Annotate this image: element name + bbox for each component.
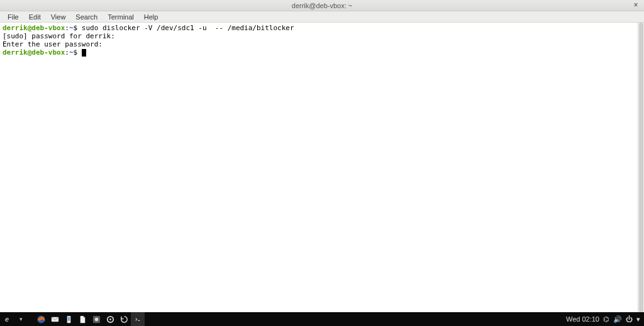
menu-search[interactable]: Search xyxy=(70,13,103,21)
budgie-menu-icon: e xyxy=(5,315,9,323)
panel-separator xyxy=(28,312,34,326)
svg-point-7 xyxy=(109,318,111,320)
terminal-scrollbar-thumb[interactable] xyxy=(639,23,643,312)
sound-indicator[interactable]: 🔊 xyxy=(613,315,622,323)
network-indicator[interactable]: ⌬ xyxy=(603,315,609,323)
firefox-launcher[interactable] xyxy=(34,312,48,326)
terminal-line: Enter the user password: xyxy=(3,40,641,48)
gear-icon xyxy=(106,315,115,324)
prompt-user-host: derrik@deb-vbox xyxy=(3,48,65,57)
terminal-icon xyxy=(133,315,143,324)
system-tray: Wed 02:10 ⌬ 🔊 ⏻ ▾ xyxy=(562,315,644,323)
session-indicator[interactable]: ▾ xyxy=(636,315,640,323)
terminal-line: [sudo] password for derrik: xyxy=(3,32,641,40)
document-icon xyxy=(78,315,87,324)
power-indicator[interactable]: ⏻ xyxy=(626,315,633,323)
app-icon xyxy=(92,315,101,324)
terminal-line: derrik@deb-vbox:~$ xyxy=(3,48,641,57)
menu-view[interactable]: View xyxy=(46,13,71,21)
app-launcher-1[interactable] xyxy=(89,312,103,326)
phone-launcher[interactable] xyxy=(62,312,75,326)
svg-point-5 xyxy=(94,317,98,321)
taskbar-terminal-window[interactable] xyxy=(131,312,145,326)
desktop-panel: e ▾ xyxy=(0,312,644,326)
refresh-icon xyxy=(119,315,129,324)
menu-edit[interactable]: Edit xyxy=(24,13,46,21)
terminal-area[interactable]: derrik@deb-vbox:~$ sudo dislocker -V /de… xyxy=(0,23,644,312)
applications-menu-arrow[interactable]: ▾ xyxy=(14,312,28,326)
window-close-button[interactable]: × xyxy=(631,1,640,9)
files-launcher[interactable] xyxy=(75,312,89,326)
phone-icon xyxy=(64,315,74,324)
menu-help[interactable]: Help xyxy=(139,13,164,21)
window-title: derrik@deb-vbox: ~ xyxy=(292,2,352,9)
settings-launcher[interactable] xyxy=(103,312,117,326)
firefox-icon xyxy=(36,315,46,324)
prompt-sigil: $ xyxy=(74,24,78,32)
window-titlebar[interactable]: derrik@deb-vbox: ~ × xyxy=(0,0,644,11)
mail-icon xyxy=(50,315,60,324)
menu-terminal[interactable]: Terminal xyxy=(103,13,139,21)
terminal-cursor xyxy=(82,49,86,57)
menu-file[interactable]: File xyxy=(3,13,24,21)
prompt-path: ~ xyxy=(69,24,74,32)
prompt-sep: : xyxy=(65,24,69,32)
chevron-down-icon: ▾ xyxy=(19,316,23,322)
panel-clock[interactable]: Wed 02:10 xyxy=(566,315,599,323)
prompt-user-host: derrik@deb-vbox xyxy=(3,24,65,32)
update-launcher[interactable] xyxy=(117,312,131,326)
terminal-line: derrik@deb-vbox:~$ sudo dislocker -V /de… xyxy=(3,24,641,32)
menu-bar: File Edit View Search Terminal Help xyxy=(0,11,644,23)
prompt-sigil: $ xyxy=(74,48,78,57)
terminal-scrollbar[interactable] xyxy=(638,23,644,312)
prompt-sep: : xyxy=(65,48,69,57)
applications-menu-button[interactable]: e xyxy=(0,312,14,326)
command-text: sudo dislocker -V /dev/sdc1 -u -- /media… xyxy=(82,24,294,32)
svg-rect-3 xyxy=(67,317,70,321)
svg-rect-8 xyxy=(134,316,141,322)
mail-launcher[interactable] xyxy=(48,312,62,326)
terminal-window: derrik@deb-vbox: ~ × File Edit View Sear… xyxy=(0,0,644,312)
prompt-path: ~ xyxy=(69,48,74,57)
